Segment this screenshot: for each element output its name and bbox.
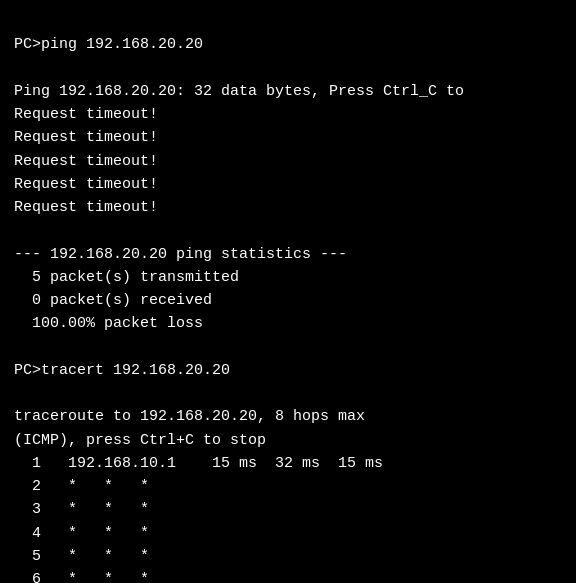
terminal-line: Ping 192.168.20.20: 32 data bytes, Press… bbox=[14, 80, 562, 103]
terminal-line bbox=[14, 57, 562, 80]
terminal-line: Request timeout! bbox=[14, 103, 562, 126]
terminal-line: PC>ping 192.168.20.20 bbox=[14, 33, 562, 56]
terminal-line bbox=[14, 219, 562, 242]
terminal-line: 6 * * * bbox=[14, 568, 562, 583]
terminal-line: Request timeout! bbox=[14, 173, 562, 196]
terminal-line bbox=[14, 382, 562, 405]
terminal-line bbox=[14, 336, 562, 359]
terminal-line: traceroute to 192.168.20.20, 8 hops max bbox=[14, 405, 562, 428]
terminal-line: Request timeout! bbox=[14, 126, 562, 149]
terminal-line: 4 * * * bbox=[14, 522, 562, 545]
terminal-line: --- 192.168.20.20 ping statistics --- bbox=[14, 243, 562, 266]
terminal-line: 0 packet(s) received bbox=[14, 289, 562, 312]
terminal-line: 3 * * * bbox=[14, 498, 562, 521]
terminal-line: Request timeout! bbox=[14, 150, 562, 173]
terminal-line: (ICMP), press Ctrl+C to stop bbox=[14, 429, 562, 452]
terminal-line: 5 packet(s) transmitted bbox=[14, 266, 562, 289]
terminal-line: 2 * * * bbox=[14, 475, 562, 498]
terminal-line: 100.00% packet loss bbox=[14, 312, 562, 335]
terminal-line: PC>tracert 192.168.20.20 bbox=[14, 359, 562, 382]
terminal-window: PC>ping 192.168.20.20 Ping 192.168.20.20… bbox=[0, 0, 576, 583]
terminal-line: 5 * * * bbox=[14, 545, 562, 568]
terminal-line: 1 192.168.10.1 15 ms 32 ms 15 ms bbox=[14, 452, 562, 475]
terminal-line: Request timeout! bbox=[14, 196, 562, 219]
